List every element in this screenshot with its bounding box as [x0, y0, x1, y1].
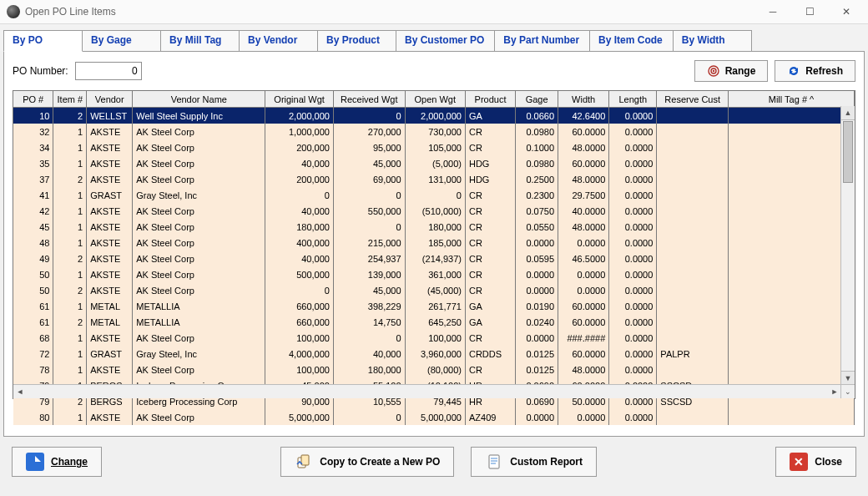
cell[interactable]: 180,000 — [405, 219, 465, 235]
col-vendor-name[interactable]: Vendor Name — [133, 91, 265, 108]
cell[interactable]: (214,937) — [405, 251, 465, 266]
cell[interactable]: 660,000 — [265, 298, 334, 314]
minimize-button[interactable]: ─ — [754, 0, 791, 23]
cell[interactable] — [729, 266, 855, 282]
cell[interactable]: 49 — [13, 251, 53, 266]
cell[interactable]: 0.0595 — [516, 251, 558, 266]
cell[interactable]: 0 — [333, 409, 405, 425]
cell[interactable]: 0.0000 — [516, 266, 558, 282]
table-row[interactable]: 451AKSTEAK Steel Corp180,0000180,000CR0.… — [13, 219, 855, 235]
cell[interactable]: AK Steel Corp — [133, 139, 265, 155]
cell[interactable]: 32 — [13, 124, 53, 139]
cell[interactable]: AZ409 — [465, 409, 515, 425]
cell[interactable]: GRAST — [87, 346, 133, 362]
cell[interactable]: GA — [465, 298, 515, 314]
cell[interactable]: 60.0000 — [558, 124, 609, 139]
col-vendor[interactable]: Vendor — [87, 91, 133, 108]
cell[interactable]: 100,000 — [265, 330, 334, 346]
scroll-down-icon[interactable]: ▼ — [841, 371, 855, 385]
table-row[interactable]: 781AKSTEAK Steel Corp100,000180,000(80,0… — [13, 362, 855, 377]
cell[interactable]: WELLST — [87, 108, 133, 124]
cell[interactable]: 1 — [53, 124, 87, 139]
table-row[interactable]: 321AKSTEAK Steel Corp1,000,000270,000730… — [13, 124, 855, 139]
cell[interactable]: Well Steel Supply Inc — [133, 108, 265, 124]
cell[interactable] — [729, 409, 855, 425]
col-po[interactable]: PO # — [13, 91, 53, 108]
cell[interactable] — [657, 362, 729, 377]
cell[interactable]: AK Steel Corp — [133, 219, 265, 235]
cell[interactable] — [657, 298, 729, 314]
col-width[interactable]: Width — [558, 91, 609, 108]
cell[interactable]: 0.0000 — [516, 409, 558, 425]
cell[interactable]: 0.0550 — [516, 219, 558, 235]
cell[interactable]: 1 — [53, 298, 87, 314]
table-row[interactable]: 612METALMETALLIA660,00014,750645,250GA0.… — [13, 314, 855, 330]
cell[interactable]: 0.0000 — [609, 219, 657, 235]
cell[interactable]: 0.0125 — [516, 346, 558, 362]
cell[interactable] — [657, 203, 729, 219]
cell[interactable]: AK Steel Corp — [133, 266, 265, 282]
scroll-thumb[interactable] — [843, 121, 853, 183]
cell[interactable]: (80,000) — [405, 362, 465, 377]
cell[interactable]: 46.5000 — [558, 251, 609, 266]
cell[interactable]: 1 — [53, 155, 87, 171]
cell[interactable]: GRAST — [87, 187, 133, 203]
cell[interactable]: 48.0000 — [558, 219, 609, 235]
cell[interactable]: Gray Steel, Inc — [133, 187, 265, 203]
cell[interactable]: 50 — [13, 266, 53, 282]
cell[interactable]: METALLIA — [133, 298, 265, 314]
cell[interactable] — [729, 203, 855, 219]
cell[interactable]: 100,000 — [405, 330, 465, 346]
cell[interactable]: 0.0000 — [609, 266, 657, 282]
cell[interactable]: 400,000 — [265, 235, 334, 251]
cell[interactable]: AKSTE — [87, 362, 133, 377]
cell[interactable] — [729, 139, 855, 155]
cell[interactable] — [729, 219, 855, 235]
cell[interactable]: 1 — [53, 409, 87, 425]
cell[interactable] — [729, 235, 855, 251]
cell[interactable]: 48 — [13, 235, 53, 251]
cell[interactable]: 45,000 — [333, 282, 405, 298]
cell[interactable]: 40.0000 — [558, 203, 609, 219]
cell[interactable]: 61 — [13, 298, 53, 314]
copy-po-button[interactable]: Copy to Create a New PO — [280, 447, 454, 477]
cell[interactable]: 48.0000 — [558, 362, 609, 377]
cell[interactable]: (45,000) — [405, 282, 465, 298]
scroll-corner-icon[interactable]: ⌄ — [840, 384, 855, 398]
cell[interactable] — [657, 282, 729, 298]
cell[interactable] — [729, 298, 855, 314]
cell[interactable]: 14,750 — [333, 314, 405, 330]
cell[interactable]: 34 — [13, 139, 53, 155]
cell[interactable] — [729, 251, 855, 266]
cell[interactable]: 1 — [53, 203, 87, 219]
cell[interactable]: 185,000 — [405, 235, 465, 251]
cell[interactable]: 0.0000 — [516, 282, 558, 298]
cell[interactable] — [729, 108, 855, 124]
cell[interactable]: 0.0000 — [609, 314, 657, 330]
cell[interactable]: 2 — [53, 171, 87, 187]
tab-by-width[interactable]: By Width — [673, 30, 752, 52]
cell[interactable]: 254,937 — [333, 251, 405, 266]
cell[interactable]: CR — [465, 266, 515, 282]
cell[interactable] — [729, 282, 855, 298]
cell[interactable]: 0.0000 — [609, 171, 657, 187]
cell[interactable]: 0.0000 — [558, 282, 609, 298]
cell[interactable]: 0 — [333, 108, 405, 124]
table-row[interactable]: 351AKSTEAK Steel Corp40,00045,000(5,000)… — [13, 155, 855, 171]
cell[interactable]: 0.0000 — [609, 108, 657, 124]
col-open-wgt[interactable]: Open Wgt — [405, 91, 465, 108]
cell[interactable]: 0.0000 — [609, 187, 657, 203]
cell[interactable] — [729, 187, 855, 203]
cell[interactable] — [657, 330, 729, 346]
cell[interactable]: AKSTE — [87, 235, 133, 251]
cell[interactable]: 0.0000 — [516, 330, 558, 346]
table-row[interactable]: 372AKSTEAK Steel Corp200,00069,000131,00… — [13, 171, 855, 187]
cell[interactable]: 40,000 — [333, 346, 405, 362]
cell[interactable]: CR — [465, 282, 515, 298]
cell[interactable]: 270,000 — [333, 124, 405, 139]
cell[interactable]: 40,000 — [265, 155, 334, 171]
cell[interactable]: CR — [465, 219, 515, 235]
cell[interactable]: 2 — [53, 282, 87, 298]
cell[interactable]: AKSTE — [87, 139, 133, 155]
cell[interactable]: 5,000,000 — [265, 409, 334, 425]
